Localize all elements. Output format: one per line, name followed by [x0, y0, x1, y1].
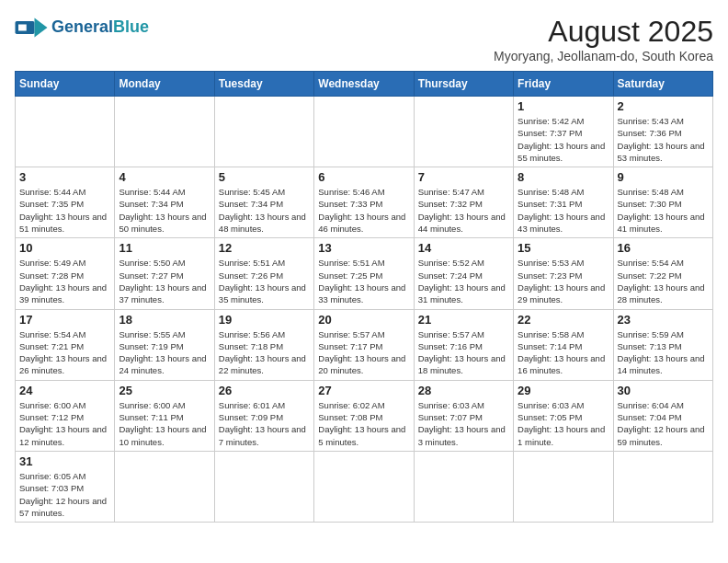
day-info: Sunrise: 5:55 AM Sunset: 7:19 PM Dayligh…	[119, 328, 210, 377]
day-number: 6	[318, 170, 409, 184]
weekday-wednesday: Wednesday	[314, 72, 414, 97]
calendar-cell: 23Sunrise: 5:59 AM Sunset: 7:13 PM Dayli…	[613, 309, 712, 380]
calendar-cell	[514, 451, 613, 522]
logo: GeneralBlue	[15, 15, 149, 40]
day-info: Sunrise: 5:59 AM Sunset: 7:13 PM Dayligh…	[618, 328, 709, 377]
day-info: Sunrise: 5:56 AM Sunset: 7:18 PM Dayligh…	[219, 328, 310, 377]
day-info: Sunrise: 5:54 AM Sunset: 7:22 PM Dayligh…	[618, 257, 709, 305]
day-number: 8	[518, 170, 609, 184]
day-info: Sunrise: 5:45 AM Sunset: 7:34 PM Dayligh…	[219, 186, 310, 235]
week-row-6: 31Sunrise: 6:05 AM Sunset: 7:03 PM Dayli…	[16, 451, 713, 522]
day-info: Sunrise: 5:42 AM Sunset: 7:37 PM Dayligh…	[518, 115, 609, 164]
day-number: 23	[618, 313, 709, 327]
day-number: 2	[618, 99, 709, 113]
day-info: Sunrise: 6:00 AM Sunset: 7:12 PM Dayligh…	[19, 399, 110, 448]
calendar-cell: 30Sunrise: 6:04 AM Sunset: 7:04 PM Dayli…	[613, 380, 712, 451]
day-info: Sunrise: 5:51 AM Sunset: 7:26 PM Dayligh…	[219, 257, 310, 305]
location: Myoryang, Jeollanam-do, South Korea	[494, 49, 713, 63]
day-number: 12	[219, 241, 310, 255]
calendar-cell: 21Sunrise: 5:57 AM Sunset: 7:16 PM Dayli…	[414, 309, 513, 380]
day-info: Sunrise: 5:44 AM Sunset: 7:34 PM Dayligh…	[119, 186, 210, 235]
calendar-cell: 4Sunrise: 5:44 AM Sunset: 7:34 PM Daylig…	[115, 167, 214, 238]
month-year: August 2025	[494, 15, 713, 49]
day-info: Sunrise: 6:02 AM Sunset: 7:08 PM Dayligh…	[318, 399, 409, 448]
logo-icon	[15, 15, 48, 40]
calendar-cell: 31Sunrise: 6:05 AM Sunset: 7:03 PM Dayli…	[16, 451, 115, 522]
day-info: Sunrise: 6:00 AM Sunset: 7:11 PM Dayligh…	[119, 399, 210, 448]
day-number: 15	[518, 241, 609, 255]
day-info: Sunrise: 5:53 AM Sunset: 7:23 PM Dayligh…	[518, 257, 609, 305]
day-number: 29	[518, 384, 609, 397]
calendar-cell	[314, 97, 414, 167]
day-number: 28	[418, 384, 509, 397]
day-number: 16	[618, 241, 709, 255]
calendar-cell: 17Sunrise: 5:54 AM Sunset: 7:21 PM Dayli…	[16, 309, 115, 380]
weekday-thursday: Thursday	[414, 72, 513, 97]
calendar-cell	[414, 451, 513, 522]
day-number: 1	[518, 99, 609, 113]
calendar-cell: 7Sunrise: 5:47 AM Sunset: 7:32 PM Daylig…	[414, 167, 513, 238]
day-info: Sunrise: 5:47 AM Sunset: 7:32 PM Dayligh…	[418, 186, 509, 235]
calendar-body: 1Sunrise: 5:42 AM Sunset: 7:37 PM Daylig…	[16, 97, 713, 523]
calendar-cell	[214, 97, 313, 167]
day-info: Sunrise: 6:01 AM Sunset: 7:09 PM Dayligh…	[219, 399, 310, 448]
weekday-header-row: SundayMondayTuesdayWednesdayThursdayFrid…	[16, 72, 713, 97]
day-info: Sunrise: 6:05 AM Sunset: 7:03 PM Dayligh…	[19, 470, 110, 519]
day-info: Sunrise: 5:51 AM Sunset: 7:25 PM Dayligh…	[318, 257, 409, 305]
calendar-cell: 16Sunrise: 5:54 AM Sunset: 7:22 PM Dayli…	[613, 238, 712, 309]
day-number: 31	[19, 454, 110, 468]
day-number: 18	[119, 313, 210, 327]
weekday-saturday: Saturday	[613, 72, 712, 97]
calendar-cell	[214, 451, 313, 522]
calendar-cell	[613, 451, 712, 522]
day-number: 19	[219, 313, 310, 327]
week-row-5: 24Sunrise: 6:00 AM Sunset: 7:12 PM Dayli…	[16, 380, 713, 451]
week-row-4: 17Sunrise: 5:54 AM Sunset: 7:21 PM Dayli…	[16, 309, 713, 380]
day-info: Sunrise: 5:49 AM Sunset: 7:28 PM Dayligh…	[19, 257, 110, 305]
calendar-cell: 9Sunrise: 5:48 AM Sunset: 7:30 PM Daylig…	[613, 167, 712, 238]
day-number: 13	[318, 241, 409, 255]
calendar-cell	[414, 97, 513, 167]
day-info: Sunrise: 5:44 AM Sunset: 7:35 PM Dayligh…	[19, 186, 110, 235]
day-number: 17	[19, 313, 110, 327]
svg-marker-1	[35, 18, 48, 38]
calendar-cell: 27Sunrise: 6:02 AM Sunset: 7:08 PM Dayli…	[314, 380, 414, 451]
day-number: 4	[119, 170, 210, 184]
calendar-cell	[115, 451, 214, 522]
week-row-3: 10Sunrise: 5:49 AM Sunset: 7:28 PM Dayli…	[16, 238, 713, 309]
weekday-friday: Friday	[514, 72, 613, 97]
week-row-1: 1Sunrise: 5:42 AM Sunset: 7:37 PM Daylig…	[16, 97, 713, 167]
day-number: 7	[418, 170, 509, 184]
day-info: Sunrise: 5:46 AM Sunset: 7:33 PM Dayligh…	[318, 186, 409, 235]
calendar-cell: 22Sunrise: 5:58 AM Sunset: 7:14 PM Dayli…	[514, 309, 613, 380]
calendar-cell: 20Sunrise: 5:57 AM Sunset: 7:17 PM Dayli…	[314, 309, 414, 380]
day-number: 22	[518, 313, 609, 327]
calendar-cell: 25Sunrise: 6:00 AM Sunset: 7:11 PM Dayli…	[115, 380, 214, 451]
calendar-cell	[314, 451, 414, 522]
day-info: Sunrise: 5:52 AM Sunset: 7:24 PM Dayligh…	[418, 257, 509, 305]
calendar-cell: 14Sunrise: 5:52 AM Sunset: 7:24 PM Dayli…	[414, 238, 513, 309]
day-number: 25	[119, 384, 210, 397]
day-number: 11	[119, 241, 210, 255]
calendar-cell: 15Sunrise: 5:53 AM Sunset: 7:23 PM Dayli…	[514, 238, 613, 309]
week-row-2: 3Sunrise: 5:44 AM Sunset: 7:35 PM Daylig…	[16, 167, 713, 238]
day-number: 9	[618, 170, 709, 184]
calendar-cell: 28Sunrise: 6:03 AM Sunset: 7:07 PM Dayli…	[414, 380, 513, 451]
day-info: Sunrise: 5:43 AM Sunset: 7:36 PM Dayligh…	[618, 115, 709, 164]
day-number: 10	[19, 241, 110, 255]
day-info: Sunrise: 5:57 AM Sunset: 7:16 PM Dayligh…	[418, 328, 509, 377]
day-info: Sunrise: 5:57 AM Sunset: 7:17 PM Dayligh…	[318, 328, 409, 377]
day-number: 27	[318, 384, 409, 397]
day-info: Sunrise: 5:48 AM Sunset: 7:30 PM Dayligh…	[618, 186, 709, 235]
day-info: Sunrise: 6:03 AM Sunset: 7:05 PM Dayligh…	[518, 399, 609, 448]
day-number: 21	[418, 313, 509, 327]
day-info: Sunrise: 5:54 AM Sunset: 7:21 PM Dayligh…	[19, 328, 110, 377]
calendar-cell: 2Sunrise: 5:43 AM Sunset: 7:36 PM Daylig…	[613, 97, 712, 167]
calendar-cell: 29Sunrise: 6:03 AM Sunset: 7:05 PM Dayli…	[514, 380, 613, 451]
day-info: Sunrise: 5:48 AM Sunset: 7:31 PM Dayligh…	[518, 186, 609, 235]
calendar-cell: 6Sunrise: 5:46 AM Sunset: 7:33 PM Daylig…	[314, 167, 414, 238]
day-number: 30	[618, 384, 709, 397]
day-number: 20	[318, 313, 409, 327]
weekday-tuesday: Tuesday	[214, 72, 313, 97]
weekday-monday: Monday	[115, 72, 214, 97]
